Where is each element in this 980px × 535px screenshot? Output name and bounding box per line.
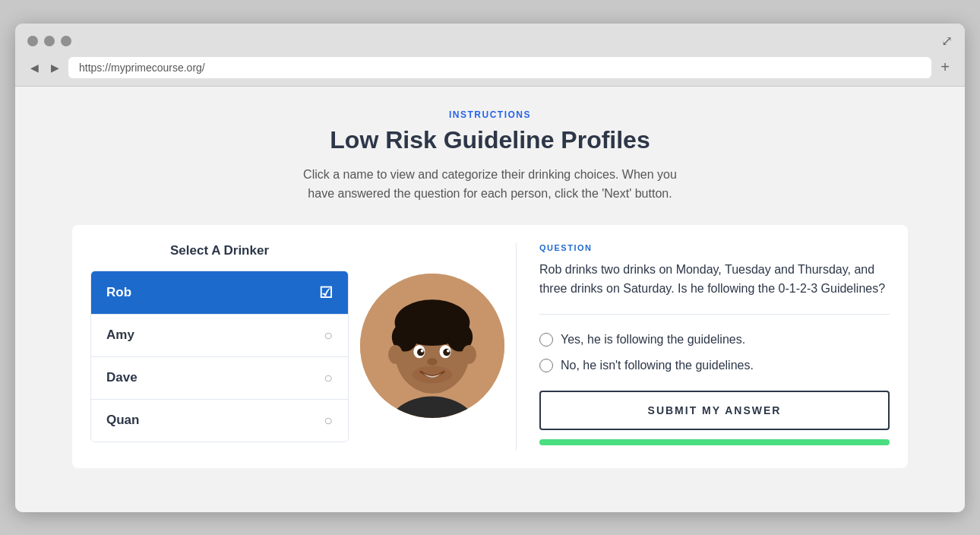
question-label: QUESTION [539,243,890,252]
answer-label-no: No, he isn't following the guidelines. [561,359,754,372]
next-bar [539,439,890,445]
svg-point-7 [403,305,432,331]
svg-point-9 [388,345,403,364]
svg-point-16 [447,349,450,352]
traffic-light-maximize [61,36,71,46]
left-panel: Select A Drinker Rob ☑ Amy ○ Dave ○ [90,243,349,450]
forward-button[interactable]: ▶ [48,60,62,75]
select-drinker-title: Select A Drinker [90,243,349,258]
drinker-list: Rob ☑ Amy ○ Dave ○ Quan ○ [90,271,349,442]
middle-panel [349,243,516,450]
svg-point-8 [432,305,461,331]
drinker-item-quan[interactable]: Quan ○ [91,400,348,442]
right-panel: QUESTION Rob drinks two drinks on Monday… [516,243,890,450]
checkmark-icon-rob: ☑ [319,283,333,302]
page-description: Click a name to view and categorize thei… [292,165,688,204]
svg-point-14 [443,348,450,356]
browser-chrome: ⤢ ◀ ▶ + [15,24,965,87]
svg-point-17 [427,358,437,366]
answer-options: Yes, he is following the guidelines. No,… [539,333,890,372]
instructions-label: INSTRUCTIONS [30,109,950,120]
browser-window: ⤢ ◀ ▶ + INSTRUCTIONS Low Risk Guideline … [15,24,965,512]
answer-label-yes: Yes, he is following the guidelines. [561,333,745,347]
page-content: INSTRUCTIONS Low Risk Guideline Profiles… [15,87,965,512]
svg-point-10 [462,345,476,364]
address-bar[interactable] [68,57,931,78]
question-text: Rob drinks two drinks on Monday, Tuesday… [539,260,890,315]
avatar [360,274,504,418]
drinker-name-quan: Quan [106,413,139,428]
submit-button[interactable]: SUBMIT MY ANSWER [539,391,890,430]
drinker-item-dave[interactable]: Dave ○ [91,357,348,400]
radio-yes[interactable] [539,333,553,347]
radio-icon-amy: ○ [324,327,333,344]
main-card: Select A Drinker Rob ☑ Amy ○ Dave ○ [72,225,908,468]
svg-point-15 [421,349,424,352]
drinker-name-amy: Amy [106,328,134,343]
expand-icon[interactable]: ⤢ [941,33,953,49]
traffic-light-minimize [44,36,55,46]
page-title: Low Risk Guideline Profiles [30,126,950,154]
drinker-name-rob: Rob [106,285,131,300]
back-button[interactable]: ◀ [27,60,42,75]
traffic-lights [27,36,71,46]
svg-point-18 [412,366,452,383]
answer-option-no[interactable]: No, he isn't following the guidelines. [539,359,890,372]
radio-icon-dave: ○ [324,369,333,387]
new-tab-button[interactable]: + [937,59,953,76]
answer-option-yes[interactable]: Yes, he is following the guidelines. [539,333,890,347]
svg-point-13 [417,348,425,356]
radio-no[interactable] [539,359,553,372]
person-image [360,274,504,418]
drinker-item-rob[interactable]: Rob ☑ [91,271,348,315]
traffic-light-close [27,36,38,46]
radio-icon-quan: ○ [324,412,333,429]
drinker-item-amy[interactable]: Amy ○ [91,315,348,357]
drinker-name-dave: Dave [106,370,138,385]
browser-nav: ◀ ▶ + [27,57,953,78]
